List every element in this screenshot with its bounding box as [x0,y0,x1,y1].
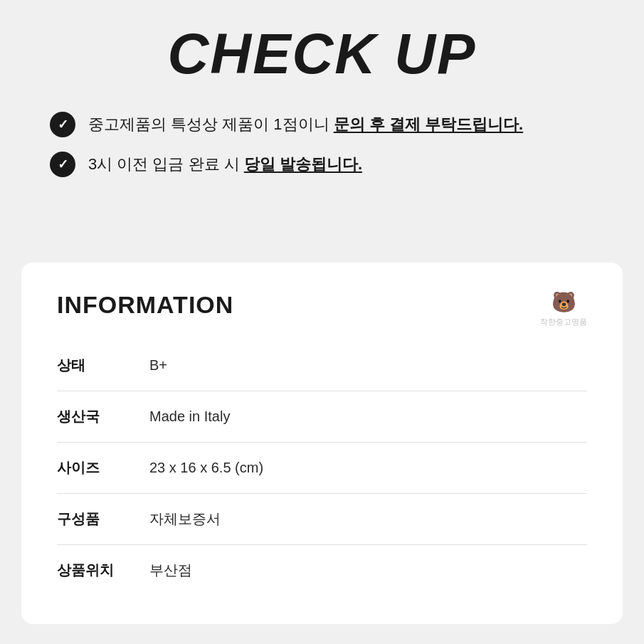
table-label: 상태 [57,340,149,391]
table-row: 상품위치 부산점 [57,545,587,596]
list-item: 중고제품의 특성상 제품이 1점이니 문의 후 결제 부탁드립니다. [50,112,594,137]
table-row: 상태 B+ [57,340,587,391]
spacer [0,220,644,263]
list-item: 3시 이전 입금 완료 시 당일 발송됩니다. [50,152,594,177]
information-title: INFORMATION [57,291,587,319]
table-value: Made in Italy [149,391,587,443]
watermark-text: 착한중고명품 [540,317,587,326]
table-label: 사이즈 [57,443,149,494]
table-label: 생산국 [57,391,149,443]
table-label: 상품위치 [57,545,149,596]
table-row: 사이즈 23 x 16 x 6.5 (cm) [57,443,587,494]
page-title: CHECK UP [28,21,616,87]
watermark-icon: 🐻 [540,290,587,315]
information-card: INFORMATION 🐻 착한중고명품 상태 B+ 생산국 Made in I… [21,263,623,624]
table-row: 구성품 자체보증서 [57,494,587,545]
top-section: CHECK UP 중고제품의 특성상 제품이 1점이니 문의 후 결제 부탁드립… [0,0,644,220]
table-label: 구성품 [57,494,149,545]
checkmark-icon [50,152,75,177]
table-value: 부산점 [149,545,587,596]
watermark: 🐻 착한중고명품 [540,290,587,327]
checklist-text-1: 중고제품의 특성상 제품이 1점이니 문의 후 결제 부탁드립니다. [88,114,523,136]
table-value: 23 x 16 x 6.5 (cm) [149,443,587,494]
checkmark-icon [50,112,75,137]
table-row: 생산국 Made in Italy [57,391,587,443]
checklist-text-2: 3시 이전 입금 완료 시 당일 발송됩니다. [88,154,362,176]
checklist: 중고제품의 특성상 제품이 1점이니 문의 후 결제 부탁드립니다. 3시 이전… [28,112,616,177]
table-value: 자체보증서 [149,494,587,545]
information-table: 상태 B+ 생산국 Made in Italy 사이즈 23 x 16 x 6.… [57,340,587,596]
table-value: B+ [149,340,587,391]
